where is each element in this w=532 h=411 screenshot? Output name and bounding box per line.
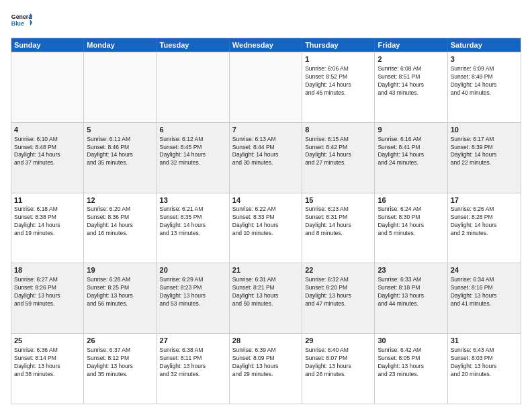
day-cell-14: 14Sunrise: 6:22 AM Sunset: 8:33 PM Dayli…: [230, 193, 302, 263]
day-info: Sunrise: 6:18 AM Sunset: 8:38 PM Dayligh…: [14, 205, 81, 238]
day-info: Sunrise: 6:24 AM Sunset: 8:30 PM Dayligh…: [378, 205, 444, 238]
day-cell-13: 13Sunrise: 6:21 AM Sunset: 8:35 PM Dayli…: [157, 193, 230, 263]
calendar-week-5: 25Sunrise: 6:36 AM Sunset: 8:14 PM Dayli…: [11, 333, 521, 404]
day-number: 30: [378, 336, 444, 346]
day-number: 15: [305, 195, 371, 205]
day-number: 5: [87, 125, 153, 135]
day-cell-21: 21Sunrise: 6:31 AM Sunset: 8:21 PM Dayli…: [230, 263, 302, 333]
calendar-week-1: 1Sunrise: 6:06 AM Sunset: 8:52 PM Daylig…: [11, 52, 521, 122]
day-cell-2: 2Sunrise: 6:08 AM Sunset: 8:51 PM Daylig…: [375, 52, 447, 122]
day-info: Sunrise: 6:42 AM Sunset: 8:05 PM Dayligh…: [378, 347, 444, 379]
day-number: 13: [160, 195, 226, 205]
day-cell-25: 25Sunrise: 6:36 AM Sunset: 8:14 PM Dayli…: [11, 334, 84, 404]
day-info: Sunrise: 6:36 AM Sunset: 8:14 PM Dayligh…: [14, 347, 81, 379]
day-info: Sunrise: 6:16 AM Sunset: 8:41 PM Dayligh…: [378, 136, 444, 168]
day-info: Sunrise: 6:32 AM Sunset: 8:20 PM Dayligh…: [305, 276, 371, 308]
day-number: 6: [160, 125, 226, 135]
day-cell-16: 16Sunrise: 6:24 AM Sunset: 8:30 PM Dayli…: [375, 193, 447, 263]
day-cell-1: 1Sunrise: 6:06 AM Sunset: 8:52 PM Daylig…: [302, 52, 375, 122]
day-cell-7: 7Sunrise: 6:13 AM Sunset: 8:44 PM Daylig…: [230, 123, 302, 193]
day-number: 9: [378, 125, 444, 135]
day-cell-3: 3Sunrise: 6:09 AM Sunset: 8:49 PM Daylig…: [448, 52, 521, 122]
day-info: Sunrise: 6:28 AM Sunset: 8:25 PM Dayligh…: [87, 276, 153, 308]
header: General Blue: [11, 11, 521, 32]
day-number: 14: [232, 195, 299, 205]
day-number: 2: [378, 54, 444, 64]
day-header-monday: Monday: [84, 38, 157, 52]
day-cell-4: 4Sunrise: 6:10 AM Sunset: 8:48 PM Daylig…: [11, 123, 84, 193]
page: General Blue SundayMondayTuesdayWednesda…: [0, 0, 532, 411]
day-number: 23: [378, 265, 444, 275]
day-info: Sunrise: 6:38 AM Sunset: 8:11 PM Dayligh…: [160, 347, 226, 379]
day-number: 1: [305, 54, 371, 64]
day-info: Sunrise: 6:12 AM Sunset: 8:45 PM Dayligh…: [160, 136, 226, 168]
day-cell-18: 18Sunrise: 6:27 AM Sunset: 8:26 PM Dayli…: [11, 263, 84, 333]
day-number: 22: [305, 265, 371, 275]
day-header-sunday: Sunday: [11, 38, 84, 52]
day-cell-17: 17Sunrise: 6:26 AM Sunset: 8:28 PM Dayli…: [448, 193, 521, 263]
day-number: 7: [232, 125, 299, 135]
day-cell-29: 29Sunrise: 6:40 AM Sunset: 8:07 PM Dayli…: [302, 334, 375, 404]
day-info: Sunrise: 6:22 AM Sunset: 8:33 PM Dayligh…: [232, 205, 299, 238]
day-number: 4: [14, 125, 81, 135]
day-info: Sunrise: 6:33 AM Sunset: 8:18 PM Dayligh…: [378, 276, 444, 308]
day-info: Sunrise: 6:26 AM Sunset: 8:28 PM Dayligh…: [451, 205, 518, 238]
day-cell-8: 8Sunrise: 6:15 AM Sunset: 8:42 PM Daylig…: [302, 123, 375, 193]
day-number: 28: [232, 336, 299, 346]
empty-cell: [157, 52, 230, 122]
svg-text:General: General: [11, 13, 32, 20]
day-number: 3: [451, 54, 518, 64]
empty-cell: [11, 52, 84, 122]
day-info: Sunrise: 6:13 AM Sunset: 8:44 PM Dayligh…: [232, 136, 299, 168]
day-cell-30: 30Sunrise: 6:42 AM Sunset: 8:05 PM Dayli…: [375, 334, 447, 404]
empty-cell: [84, 52, 157, 122]
day-number: 17: [451, 195, 518, 205]
day-cell-5: 5Sunrise: 6:11 AM Sunset: 8:46 PM Daylig…: [84, 123, 157, 193]
calendar-header: SundayMondayTuesdayWednesdayThursdayFrid…: [11, 38, 521, 52]
day-number: 27: [160, 336, 226, 346]
day-info: Sunrise: 6:31 AM Sunset: 8:21 PM Dayligh…: [232, 276, 299, 308]
day-number: 10: [451, 125, 518, 135]
day-header-tuesday: Tuesday: [157, 38, 230, 52]
day-info: Sunrise: 6:37 AM Sunset: 8:12 PM Dayligh…: [87, 347, 153, 379]
day-info: Sunrise: 6:40 AM Sunset: 8:07 PM Dayligh…: [305, 347, 371, 379]
day-number: 24: [451, 265, 518, 275]
day-info: Sunrise: 6:06 AM Sunset: 8:52 PM Dayligh…: [305, 65, 371, 97]
day-cell-22: 22Sunrise: 6:32 AM Sunset: 8:20 PM Dayli…: [302, 263, 375, 333]
day-info: Sunrise: 6:23 AM Sunset: 8:31 PM Dayligh…: [305, 205, 371, 238]
day-info: Sunrise: 6:09 AM Sunset: 8:49 PM Dayligh…: [451, 65, 518, 97]
day-number: 18: [14, 265, 81, 275]
day-number: 12: [87, 195, 153, 205]
day-info: Sunrise: 6:43 AM Sunset: 8:03 PM Dayligh…: [451, 347, 518, 379]
day-info: Sunrise: 6:15 AM Sunset: 8:42 PM Dayligh…: [305, 136, 371, 168]
svg-text:Blue: Blue: [11, 20, 24, 27]
day-number: 26: [87, 336, 153, 346]
day-info: Sunrise: 6:29 AM Sunset: 8:23 PM Dayligh…: [160, 276, 226, 308]
day-cell-10: 10Sunrise: 6:17 AM Sunset: 8:39 PM Dayli…: [448, 123, 521, 193]
day-cell-12: 12Sunrise: 6:20 AM Sunset: 8:36 PM Dayli…: [84, 193, 157, 263]
day-cell-19: 19Sunrise: 6:28 AM Sunset: 8:25 PM Dayli…: [84, 263, 157, 333]
day-cell-26: 26Sunrise: 6:37 AM Sunset: 8:12 PM Dayli…: [84, 334, 157, 404]
day-cell-20: 20Sunrise: 6:29 AM Sunset: 8:23 PM Dayli…: [157, 263, 230, 333]
day-number: 19: [87, 265, 153, 275]
calendar-week-3: 11Sunrise: 6:18 AM Sunset: 8:38 PM Dayli…: [11, 193, 521, 263]
day-cell-24: 24Sunrise: 6:34 AM Sunset: 8:16 PM Dayli…: [448, 263, 521, 333]
day-header-saturday: Saturday: [448, 38, 521, 52]
day-cell-31: 31Sunrise: 6:43 AM Sunset: 8:03 PM Dayli…: [448, 334, 521, 404]
day-cell-6: 6Sunrise: 6:12 AM Sunset: 8:45 PM Daylig…: [157, 123, 230, 193]
day-info: Sunrise: 6:11 AM Sunset: 8:46 PM Dayligh…: [87, 136, 153, 168]
day-number: 20: [160, 265, 226, 275]
day-info: Sunrise: 6:27 AM Sunset: 8:26 PM Dayligh…: [14, 276, 81, 308]
day-cell-9: 9Sunrise: 6:16 AM Sunset: 8:41 PM Daylig…: [375, 123, 447, 193]
day-info: Sunrise: 6:08 AM Sunset: 8:51 PM Dayligh…: [378, 65, 444, 97]
day-number: 31: [451, 336, 518, 346]
day-info: Sunrise: 6:10 AM Sunset: 8:48 PM Dayligh…: [14, 136, 81, 168]
day-cell-23: 23Sunrise: 6:33 AM Sunset: 8:18 PM Dayli…: [375, 263, 447, 333]
logo-icon: General Blue: [11, 11, 32, 32]
calendar-week-4: 18Sunrise: 6:27 AM Sunset: 8:26 PM Dayli…: [11, 263, 521, 333]
empty-cell: [230, 52, 302, 122]
day-info: Sunrise: 6:20 AM Sunset: 8:36 PM Dayligh…: [87, 205, 153, 238]
day-header-thursday: Thursday: [302, 38, 375, 52]
calendar-body: 1Sunrise: 6:06 AM Sunset: 8:52 PM Daylig…: [11, 52, 521, 404]
day-header-wednesday: Wednesday: [230, 38, 302, 52]
